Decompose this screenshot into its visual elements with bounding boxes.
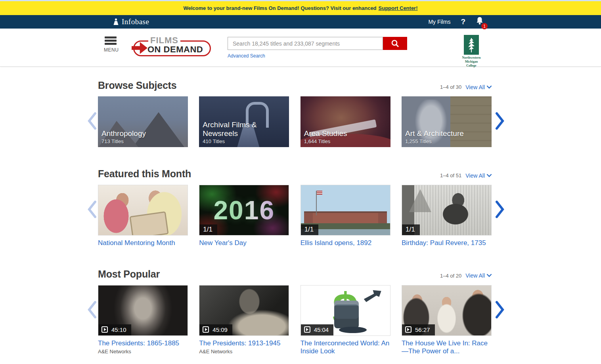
featured-card[interactable]: 1/1 Birthday: Paul Revere, 1735 — [402, 185, 492, 247]
subject-count: 410 Titles — [203, 138, 287, 144]
main-content: Browse Subjects 1–4 of 30 View All — [98, 80, 492, 356]
subject-title: Anthropology — [101, 129, 186, 138]
oil-barrel-icon — [334, 301, 359, 328]
chevron-down-icon — [487, 86, 492, 89]
play-icon — [405, 326, 412, 333]
infobase-logo-icon — [113, 18, 119, 25]
hamburger-icon — [105, 36, 117, 45]
notification-count-badge: 1 — [481, 23, 488, 29]
carousel-next-button[interactable] — [496, 201, 504, 220]
carousel-prev-button[interactable] — [88, 301, 96, 320]
pine-tree-icon — [464, 35, 479, 55]
thumbnail-art — [98, 185, 188, 235]
subject-count: 1,644 Titles — [304, 138, 388, 144]
featured-title[interactable]: New Year's Day — [199, 239, 289, 247]
arrow-up-icon — [364, 289, 381, 302]
pagination-range: 1–4 of 30 — [440, 84, 461, 90]
announcement-banner: Welcome to your brand-new Films On Deman… — [0, 1, 601, 15]
subject-title: Archival Films & Newsreels — [203, 121, 287, 138]
art-year-text: 2016 — [213, 195, 275, 225]
search-icon — [391, 39, 400, 48]
top-navbar: Infobase My Films ? 1 — [0, 15, 601, 29]
video-title[interactable]: The Presidents: 1865-1885 — [98, 339, 188, 348]
segment-count-badge: 1/1 — [301, 224, 319, 235]
carousel-next-button[interactable] — [496, 112, 504, 131]
chevron-left-icon — [88, 301, 96, 318]
chevron-left-icon — [88, 201, 96, 218]
subject-title: Area Studies — [304, 129, 388, 138]
video-producer: A&E Networks — [199, 349, 289, 354]
chevron-right-icon — [496, 301, 504, 318]
segment-count-badge: 1/1 — [402, 224, 420, 235]
segment-count-badge: 1/1 — [199, 224, 217, 235]
pagination-range: 1–4 of 51 — [440, 172, 461, 178]
featured-title[interactable]: Ellis Island opens, 1892 — [300, 239, 390, 247]
carousel-prev-button[interactable] — [88, 201, 96, 220]
view-all-link[interactable]: View All — [465, 272, 492, 279]
section-title: Most Popular — [98, 268, 160, 280]
section-title: Browse Subjects — [98, 80, 176, 91]
subject-count: 1,255 Titles — [405, 138, 489, 144]
institution-name: Northwestern Michigan College — [456, 56, 487, 68]
pagination-range: 1–4 of 20 — [440, 273, 461, 279]
section-browse-subjects: Browse Subjects 1–4 of 30 View All — [98, 80, 492, 147]
duration-badge: 56:27 — [402, 324, 435, 335]
duration-badge: 45:09 — [199, 324, 232, 335]
featured-title[interactable]: National Mentoring Month — [98, 239, 188, 247]
films-on-demand-logo[interactable]: FILMS ON DEMAND — [133, 36, 211, 56]
featured-card[interactable]: 1/1 Ellis Island opens, 1892 — [300, 185, 390, 247]
help-icon[interactable]: ? — [461, 17, 465, 26]
featured-card[interactable]: 2016 1/1 New Year's Day — [199, 185, 289, 247]
chevron-left-icon — [88, 112, 96, 130]
subject-card-area-studies[interactable]: Area Studies 1,644 Titles — [300, 96, 390, 147]
subject-card-anthropology[interactable]: Anthropology 713 Titles — [98, 96, 188, 147]
video-producer: A&E Networks — [98, 349, 188, 354]
duration-badge: 45:04 — [301, 324, 334, 335]
popular-card[interactable]: $ 45:04 The Interconnected World: An Ins… — [300, 285, 390, 356]
menu-button[interactable]: MENU — [104, 36, 117, 53]
section-title: Featured this Month — [98, 168, 191, 180]
logo-text-on-demand: ON DEMAND — [147, 44, 203, 55]
subject-card-art-architecture[interactable]: Art & Architecture 1,255 Titles — [402, 96, 492, 147]
notifications-button[interactable]: 1 — [476, 17, 484, 27]
view-all-link[interactable]: View All — [465, 172, 492, 179]
my-films-link[interactable]: My Films — [428, 19, 450, 25]
infobase-brand[interactable]: Infobase — [113, 17, 149, 26]
popular-card[interactable]: 45:10 The Presidents: 1865-1885 A&E Netw… — [98, 285, 188, 356]
video-title[interactable]: The Interconnected World: An Inside Look — [300, 339, 390, 356]
play-icon — [203, 326, 209, 333]
play-icon — [101, 326, 108, 333]
section-most-popular: Most Popular 1–4 of 20 View All — [98, 268, 492, 356]
menu-label: MENU — [104, 47, 117, 53]
video-title[interactable]: The House We Live In: Race—The Power of … — [402, 339, 492, 356]
subject-title: Art & Architecture — [405, 129, 489, 138]
subject-count: 713 Titles — [101, 138, 186, 144]
infobase-wordmark: Infobase — [122, 17, 149, 26]
section-featured: Featured this Month 1–4 of 51 View All — [98, 168, 492, 247]
search-button[interactable] — [383, 37, 407, 50]
institution-logo: Northwestern Michigan College — [456, 35, 487, 68]
chevron-down-icon — [487, 174, 492, 177]
view-all-link[interactable]: View All — [465, 84, 492, 90]
video-title[interactable]: The Presidents: 1913-1945 — [199, 339, 289, 348]
flag-icon — [316, 191, 322, 195]
search-area: Advanced Search — [228, 37, 407, 59]
carousel-next-button[interactable] — [496, 301, 504, 320]
featured-card[interactable]: National Mentoring Month — [98, 185, 188, 247]
oil-spill-icon — [339, 327, 367, 333]
support-center-link[interactable]: Support Center! — [379, 5, 418, 11]
chevron-right-icon — [496, 201, 504, 218]
chevron-right-icon — [496, 112, 504, 130]
popular-card[interactable]: 45:09 The Presidents: 1913-1945 A&E Netw… — [199, 285, 289, 356]
duration-badge: 45:10 — [98, 324, 131, 335]
announcement-text: Welcome to your brand-new Films On Deman… — [183, 5, 376, 11]
subject-card-archival-films[interactable]: Archival Films & Newsreels 410 Titles — [199, 96, 289, 147]
popular-card[interactable]: 56:27 The House We Live In: Race—The Pow… — [402, 285, 492, 356]
site-header: MENU FILMS ON DEMAND Advanced Search — [0, 29, 601, 67]
featured-title[interactable]: Birthday: Paul Revere, 1735 — [402, 239, 492, 247]
search-input[interactable] — [228, 37, 383, 50]
chevron-down-icon — [487, 274, 492, 277]
advanced-search-link[interactable]: Advanced Search — [228, 53, 265, 59]
carousel-prev-button[interactable] — [88, 112, 96, 131]
play-icon — [304, 326, 310, 333]
